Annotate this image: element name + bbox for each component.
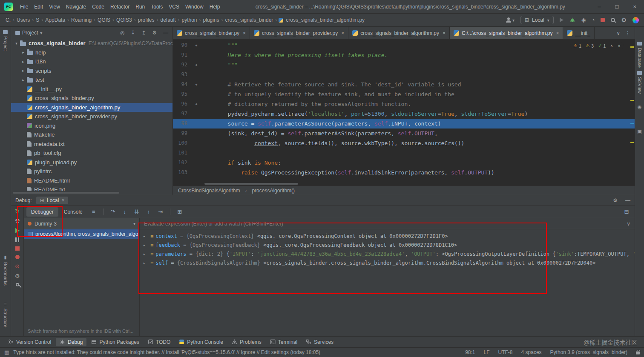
line-separator[interactable]: LF: [484, 349, 490, 355]
expand-icon[interactable]: ▸: [143, 243, 148, 247]
breadcrumb-item[interactable]: C:: [5, 17, 11, 23]
toolwindow-button-python-console[interactable]: Python Console: [175, 338, 227, 346]
tree-item-test[interactable]: ▸test: [11, 75, 172, 85]
menu-navigate[interactable]: Navigate: [63, 3, 89, 11]
close-icon[interactable]: ×: [443, 30, 446, 36]
warning-stripe-mark[interactable]: [630, 100, 634, 101]
python-interpreter[interactable]: Python 3.9 (cross_signals_binder): [550, 349, 627, 355]
resume-icon[interactable]: [15, 228, 20, 233]
toolwindow-button-python-packages[interactable]: Python Packages: [87, 338, 143, 346]
breadcrumb-method[interactable]: processAlgorithm(): [252, 188, 295, 194]
warning-stripe-mark[interactable]: [630, 142, 634, 143]
step-into-icon[interactable]: ↓: [119, 208, 130, 215]
tree-item-cross_signals_binder_provider.py[interactable]: cross_signals_binder_provider.py: [11, 112, 172, 121]
tree-item-Makefile[interactable]: Makefile: [11, 130, 172, 140]
tree-item-plugin_upload.py[interactable]: plugin_upload.py: [11, 158, 172, 167]
locate-file-icon[interactable]: ◎: [120, 30, 124, 36]
code-line-95[interactable]: 95 # to uniquely identify the feature si…: [173, 89, 635, 99]
pin-icon[interactable]: [16, 283, 19, 286]
close-icon[interactable]: ×: [556, 30, 559, 36]
variable-row-feedback[interactable]: ▸≡feedback = {QgsProcessingFeedback} <qg…: [140, 240, 635, 249]
tree-item-icon.png[interactable]: icon.png: [11, 121, 172, 131]
menu-refactor[interactable]: Refactor: [107, 3, 132, 11]
tree-item-pb_tool.cfg[interactable]: pb_tool.cfg: [11, 149, 172, 158]
menu-help[interactable]: Help: [207, 3, 223, 11]
stack-frame-item[interactable]: processAlgorithm, cross_signals_binder_a…: [24, 229, 139, 239]
breadcrumb-class[interactable]: CrossBindSignalsAlgorithm: [178, 188, 240, 194]
menu-window[interactable]: Window: [182, 3, 207, 11]
tree-item-cross_signals_binder[interactable]: ▾cross_signals_binderE:\Learn\QGIS\Plugi…: [11, 39, 172, 48]
minimize-button[interactable]: –: [598, 3, 601, 10]
tree-item-cross_signals_binder_algorithm.py[interactable]: cross_signals_binder_algorithm.py: [11, 103, 172, 112]
hide-panel-icon[interactable]: —: [625, 197, 630, 203]
tree-item-__init__.py[interactable]: __init__.py: [11, 85, 172, 94]
expand-icon[interactable]: ▸: [143, 252, 148, 256]
code-with-me-icon[interactable]: [632, 17, 639, 23]
tool-tab-project[interactable]: Project: [0, 30, 11, 51]
close-icon[interactable]: ×: [243, 30, 246, 36]
evaluate-expression-input[interactable]: Evaluate expression (Enter) or add a wat…: [140, 218, 635, 229]
code-line-93[interactable]: 93: [173, 70, 635, 80]
tree-item-metadata.txt[interactable]: metadata.txt: [11, 140, 172, 149]
breadcrumb-item[interactable]: plugins: [203, 17, 220, 23]
user-icon[interactable]: [506, 17, 511, 23]
project-horizontal-scrollbar[interactable]: [11, 191, 172, 195]
step-over-icon[interactable]: ↷: [107, 208, 118, 215]
toolwindow-button-problems[interactable]: Problems: [228, 338, 265, 346]
variable-row-self[interactable]: ▸≡self = {CrossBindSignalsAlgorithm} <cr…: [140, 258, 635, 267]
status-message[interactable]: Type hints are not installed: They could…: [13, 349, 320, 355]
view-breakpoints-icon[interactable]: [15, 255, 20, 259]
editor-tab[interactable]: C:\...\cross_signals_binder_algorithm.py…: [450, 27, 563, 39]
expand-icon[interactable]: ▸: [143, 261, 148, 265]
stop-icon[interactable]: [15, 246, 20, 251]
editor-tab[interactable]: cross_signals_binder_algorithm.py×: [348, 27, 450, 39]
notifications-icon[interactable]: ◉: [635, 104, 644, 110]
code-line-92[interactable]: 92◆ """: [173, 60, 635, 70]
chevron-down-icon[interactable]: ∨: [627, 221, 630, 227]
editor-tab[interactable]: __init_: [563, 27, 594, 39]
run-to-cursor-icon[interactable]: ⇥: [155, 208, 166, 215]
tree-expand-icon[interactable]: ▸: [20, 69, 27, 73]
breadcrumb-item[interactable]: cross_signals_binder_algorithm.py: [285, 17, 365, 23]
editor-horizontal-scrollbar[interactable]: [173, 182, 635, 186]
toolwindow-switcher-icon[interactable]: ▦: [4, 349, 9, 355]
code-line-98[interactable]: 98 source = self.parameterAsSource(param…: [173, 119, 635, 129]
toolwindow-button-version-control[interactable]: Version Control: [4, 338, 55, 346]
threads-view-icon[interactable]: ≡: [88, 208, 99, 215]
code-line-94[interactable]: 94◆ # Retrieve the feature source and si…: [173, 80, 635, 89]
rerun-icon[interactable]: ↻: [15, 208, 20, 214]
variable-row-parameters[interactable]: ▸≡parameters = {dict: 2} {'INPUT': 'junc…: [140, 249, 635, 258]
build-icon[interactable]: ⚒: [15, 218, 20, 224]
tree-expand-icon[interactable]: ▸: [20, 50, 27, 54]
inspections-widget[interactable]: ⚠1⚠3✓1∧∨: [570, 42, 624, 49]
editor-scrollbar[interactable]: [630, 40, 635, 182]
menu-vcs[interactable]: VCS: [166, 3, 182, 11]
code-line-99[interactable]: 99 (sink, dest_id) = self.parameterAsSin…: [173, 129, 635, 138]
tab-debugger[interactable]: Debugger: [26, 207, 58, 217]
breadcrumb-item[interactable]: QGIS: [97, 17, 111, 23]
layers-icon[interactable]: ▣: [635, 129, 644, 134]
variable-row-context[interactable]: ▸≡context = {QgsProcessingContext} <qgis…: [140, 231, 635, 240]
indent-style[interactable]: 4 spaces: [521, 349, 542, 355]
project-panel-title[interactable]: Project: [22, 30, 38, 36]
debug-session-tab[interactable]: ⊞ Local ×: [36, 197, 69, 204]
menu-edit[interactable]: Edit: [31, 3, 46, 11]
breadcrumb-item[interactable]: QGIS3: [116, 17, 132, 23]
tree-expand-icon[interactable]: ▸: [20, 78, 27, 82]
next-problem-icon[interactable]: ∨: [618, 43, 621, 48]
debug-button[interactable]: [569, 17, 575, 23]
tree-expand-icon[interactable]: ▸: [20, 60, 27, 64]
editor-tab[interactable]: cross_signals_binder.py×: [173, 27, 250, 39]
tool-tab-structure[interactable]: ≡ Structure: [0, 301, 11, 328]
tool-tab-bookmarks[interactable]: ▮ Bookmarks: [0, 254, 11, 286]
chevron-down-icon[interactable]: ▾: [40, 31, 42, 35]
code-line-103[interactable]: 103 raise QgsProcessingException(self.in…: [173, 168, 635, 177]
execution-stripe-mark[interactable]: [630, 123, 634, 124]
tree-item-scripts[interactable]: ▸scripts: [11, 66, 172, 76]
tab-console[interactable]: Console: [59, 207, 87, 217]
pause-icon[interactable]: [15, 237, 19, 242]
tree-item-README.txt[interactable]: README.txt: [11, 185, 172, 191]
tree-item-i18n[interactable]: ▸i18n: [11, 57, 172, 66]
toolwindow-button-todo[interactable]: TODO: [144, 338, 174, 346]
breadcrumb-item[interactable]: AppData: [45, 17, 66, 23]
